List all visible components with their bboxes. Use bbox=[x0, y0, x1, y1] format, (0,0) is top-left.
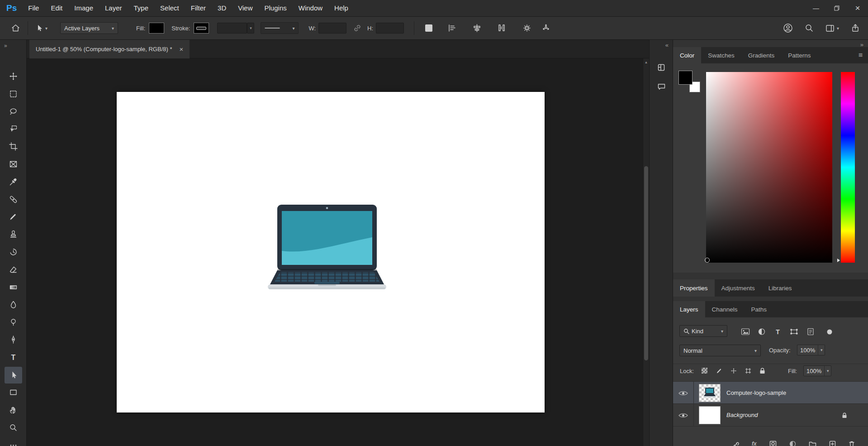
stroke-type-dropdown[interactable]: ▾ bbox=[261, 22, 299, 34]
restore-button[interactable] bbox=[826, 0, 847, 16]
layer-filter-toggle[interactable] bbox=[823, 326, 835, 337]
account-button[interactable] bbox=[783, 23, 793, 33]
new-group-button[interactable] bbox=[809, 441, 816, 446]
hue-slider[interactable] bbox=[841, 72, 855, 263]
menu-layer[interactable]: Layer bbox=[99, 0, 128, 16]
current-tool-button[interactable]: ▾ bbox=[35, 24, 47, 32]
stroke-width-field[interactable] bbox=[217, 23, 247, 34]
tab-properties[interactable]: Properties bbox=[673, 279, 715, 297]
tool-eraser[interactable] bbox=[5, 261, 22, 278]
chevron-down-icon[interactable]: ▾ bbox=[247, 23, 254, 34]
tool-eyedropper[interactable] bbox=[5, 173, 22, 190]
tool-zoom[interactable] bbox=[5, 419, 22, 436]
tool-path-selection[interactable] bbox=[5, 367, 22, 384]
filter-adjustment-layers-button[interactable] bbox=[755, 326, 768, 337]
tool-move[interactable] bbox=[5, 68, 22, 85]
tab-paths[interactable]: Paths bbox=[745, 301, 774, 317]
opacity-value[interactable]: 100% bbox=[797, 347, 818, 354]
tool-hand[interactable] bbox=[5, 402, 22, 418]
tool-healing-brush[interactable] bbox=[5, 191, 22, 208]
blend-mode-dropdown[interactable]: Normal ▾ bbox=[679, 345, 761, 356]
hue-slider-marker[interactable] bbox=[837, 259, 840, 262]
tool-pen[interactable] bbox=[5, 331, 22, 348]
tool-clone-stamp[interactable] bbox=[5, 226, 22, 243]
tool-rectangle[interactable] bbox=[5, 384, 22, 401]
home-button[interactable] bbox=[11, 24, 20, 33]
tool-rectangular-marquee[interactable] bbox=[5, 86, 22, 102]
collapsed-panel-button-grid[interactable] bbox=[654, 61, 669, 74]
workspace-button[interactable]: ▾ bbox=[825, 24, 839, 33]
saturation-brightness-picker[interactable] bbox=[706, 72, 832, 263]
tool-history-brush[interactable] bbox=[5, 244, 22, 260]
color-picker-cursor[interactable] bbox=[705, 258, 710, 263]
menu-3d[interactable]: 3D bbox=[212, 0, 232, 16]
expand-dock-button[interactable]: « bbox=[665, 42, 669, 48]
new-layer-button[interactable] bbox=[829, 441, 836, 446]
path-alignment-button[interactable] bbox=[448, 24, 457, 33]
menu-help[interactable]: Help bbox=[328, 0, 354, 16]
pasteboard[interactable] bbox=[27, 58, 643, 446]
menu-window[interactable]: Window bbox=[293, 0, 328, 16]
layer-thumbnail[interactable] bbox=[699, 406, 721, 424]
lock-pixels-button[interactable] bbox=[713, 365, 725, 376]
menu-image[interactable]: Image bbox=[68, 0, 99, 16]
lock-transparency-button[interactable] bbox=[698, 365, 711, 376]
visibility-toggle[interactable] bbox=[673, 404, 694, 427]
menu-filter[interactable]: Filter bbox=[185, 0, 212, 16]
distribute-button[interactable] bbox=[497, 24, 506, 33]
layer-name[interactable]: Background bbox=[726, 404, 758, 427]
tab-channels[interactable]: Channels bbox=[705, 301, 745, 317]
layer-effects-button[interactable]: fx bbox=[752, 441, 757, 446]
menu-plugins[interactable]: Plugins bbox=[259, 0, 293, 16]
menu-type[interactable]: Type bbox=[128, 0, 155, 16]
scrollbar-thumb[interactable] bbox=[644, 166, 648, 360]
width-field[interactable] bbox=[318, 23, 346, 34]
layer-row-background[interactable]: Background bbox=[673, 404, 868, 427]
tab-gradients[interactable]: Gradients bbox=[741, 47, 782, 63]
3d-widget-button[interactable] bbox=[541, 24, 550, 33]
chevron-down-icon[interactable]: ▾ bbox=[824, 366, 831, 376]
collapsed-panel-button-comments[interactable] bbox=[654, 80, 669, 93]
fill-value[interactable]: 100% bbox=[804, 368, 824, 374]
layer-name[interactable]: Computer-logo-sample bbox=[726, 382, 786, 404]
link-dimensions-button[interactable] bbox=[353, 24, 362, 33]
tab-patterns[interactable]: Patterns bbox=[781, 47, 817, 63]
layer-thumbnail[interactable] bbox=[699, 384, 721, 402]
tool-gradient[interactable] bbox=[5, 279, 22, 296]
layer-row-computer-logo-sample[interactable]: Computer-logo-sample bbox=[673, 381, 868, 404]
menu-view[interactable]: View bbox=[232, 0, 258, 16]
menu-edit[interactable]: Edit bbox=[45, 0, 68, 16]
scroll-up-arrow[interactable]: ▴ bbox=[643, 60, 649, 64]
filter-smart-objects-button[interactable] bbox=[804, 326, 816, 337]
tool-edit-toolbar[interactable] bbox=[5, 437, 22, 446]
add-mask-button[interactable] bbox=[769, 441, 777, 446]
filter-shape-layers-button[interactable] bbox=[788, 326, 800, 337]
stroke-swatch[interactable] bbox=[194, 23, 209, 34]
path-arrangement-button[interactable] bbox=[472, 24, 482, 33]
tab-adjustments[interactable]: Adjustments bbox=[715, 279, 762, 297]
delete-layer-button[interactable] bbox=[849, 441, 855, 446]
filter-pixel-layers-button[interactable] bbox=[739, 326, 751, 337]
share-button[interactable] bbox=[851, 24, 860, 33]
close-button[interactable]: × bbox=[847, 0, 868, 16]
settings-button[interactable] bbox=[522, 24, 531, 33]
minimize-button[interactable]: — bbox=[806, 0, 826, 16]
height-field[interactable] bbox=[376, 23, 404, 34]
tab-layers[interactable]: Layers bbox=[673, 301, 705, 317]
filter-type-layers-button[interactable]: T bbox=[772, 326, 784, 337]
tool-blur[interactable] bbox=[5, 296, 22, 313]
tab-color[interactable]: Color bbox=[673, 47, 701, 63]
opacity-control[interactable]: 100% ▾ bbox=[797, 345, 825, 355]
path-operations-button[interactable] bbox=[425, 24, 432, 32]
tool-crop[interactable] bbox=[5, 138, 22, 155]
vertical-scrollbar[interactable]: ▴ bbox=[643, 58, 649, 446]
panel-menu-icon[interactable]: ≡ bbox=[859, 51, 863, 59]
lock-all-button[interactable] bbox=[756, 365, 768, 376]
foreground-color-swatch[interactable] bbox=[678, 71, 693, 85]
tab-libraries[interactable]: Libraries bbox=[762, 279, 799, 297]
lock-artboard-button[interactable] bbox=[742, 365, 754, 376]
visibility-toggle[interactable] bbox=[673, 382, 694, 404]
document-tab[interactable]: Untitled-1 @ 50% (Computer-logo-sample, … bbox=[29, 40, 190, 58]
select-mode-dropdown[interactable]: Active Layers ▾ bbox=[60, 22, 118, 34]
tab-swatches[interactable]: Swatches bbox=[701, 47, 741, 63]
